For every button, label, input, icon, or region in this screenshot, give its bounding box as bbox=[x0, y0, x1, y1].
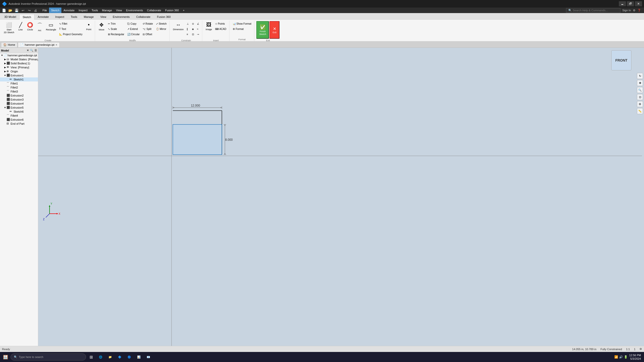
search-input[interactable] bbox=[573, 9, 618, 12]
start-2d-sketch-button[interactable]: ⬜ Start2D Sketch bbox=[3, 21, 16, 39]
move-button[interactable]: ✥ Move bbox=[97, 21, 106, 39]
settings-icon-status[interactable]: ⚙ bbox=[639, 347, 642, 351]
tab-collaborate[interactable]: Collaborate bbox=[133, 14, 154, 19]
volume-icon[interactable]: 🔊 bbox=[619, 355, 623, 359]
chrome-app[interactable]: 🔵 bbox=[125, 352, 134, 361]
network-icon[interactable]: 📶 bbox=[614, 355, 618, 359]
constrain7-button[interactable]: ∠ bbox=[196, 21, 200, 26]
minimize-button[interactable]: 🗕 bbox=[619, 1, 626, 6]
stretch-button[interactable]: ⤢ Stretch bbox=[155, 21, 168, 26]
finish-sketch-button[interactable]: ✅ FinishSketch bbox=[256, 21, 269, 39]
view-cube[interactable]: FRONT bbox=[611, 50, 631, 70]
menu-sketch[interactable]: Sketch bbox=[49, 8, 62, 13]
tree-item-extrusion2[interactable]: ⬛ Extrusion2 bbox=[0, 94, 38, 98]
tab-sketch[interactable]: Sketch bbox=[19, 14, 34, 20]
restore-button[interactable]: 🗗 bbox=[627, 1, 634, 6]
menu-collaborate[interactable]: Collaborate bbox=[145, 8, 163, 13]
tree-item-extrusion6[interactable]: ⬛ Extrusion6 bbox=[0, 118, 38, 122]
rotate-view-button[interactable]: ↻ bbox=[637, 73, 643, 79]
line-button[interactable]: ╱ Line bbox=[16, 21, 25, 39]
acad-button[interactable]: ⌨ ACAD bbox=[214, 26, 228, 31]
menu-annotate[interactable]: Annotate bbox=[61, 8, 76, 13]
print-button[interactable]: 🖨 bbox=[32, 7, 38, 13]
email-app[interactable]: 📧 bbox=[144, 352, 153, 361]
viewport[interactable]: 12.000 8.000 X Y Z bbox=[38, 48, 644, 346]
pan-view-button[interactable]: ✥ bbox=[637, 80, 643, 86]
circular-button[interactable]: 🔄 Circular bbox=[126, 32, 141, 37]
undo-button[interactable]: ↩ bbox=[20, 7, 26, 13]
tree-item-fillet1[interactable]: ⌒ Fillet1 bbox=[0, 81, 38, 85]
tab-environments[interactable]: Environments bbox=[109, 14, 133, 19]
constrain6-button[interactable]: ⊡ bbox=[191, 32, 195, 37]
text-button[interactable]: T Text bbox=[58, 26, 84, 31]
rectangle-button[interactable]: ▭ Rectangle bbox=[45, 21, 58, 39]
format-button[interactable]: ⚙ Format bbox=[231, 26, 253, 31]
rotate-button[interactable]: ↺ Rotate bbox=[141, 21, 154, 26]
edge-app[interactable]: 🌐 bbox=[96, 352, 105, 361]
points-button[interactable]: ⊹ Points bbox=[214, 21, 228, 26]
trim-button[interactable]: ✂ Trim bbox=[107, 21, 126, 26]
help-icon[interactable]: ❓ bbox=[637, 9, 641, 12]
menu-view[interactable]: View bbox=[114, 8, 124, 13]
tree-item-extrusion1[interactable]: ▼ ⬛ Extrusion1 bbox=[0, 73, 38, 77]
battery-icon[interactable]: 🔋 bbox=[624, 355, 628, 359]
image-button[interactable]: 🖼 Image bbox=[204, 21, 213, 39]
constrain8-button[interactable]: ≈ bbox=[196, 26, 200, 31]
arc-button[interactable]: ⌒ Arc bbox=[35, 21, 44, 39]
tree-item-fillet4[interactable]: ⌒ Fillet4 bbox=[0, 114, 38, 118]
project-geometry-button[interactable]: 📐 Project Geometry bbox=[58, 32, 84, 37]
save-button[interactable]: 💾 bbox=[14, 7, 20, 13]
home-tab[interactable]: 🏠 Home bbox=[1, 42, 17, 47]
copy-button[interactable]: ⿻ Copy bbox=[126, 21, 141, 26]
taskbar-search[interactable]: 🔍 Type here to search bbox=[11, 353, 86, 360]
point-button[interactable]: • Point bbox=[84, 21, 93, 39]
tab-manage[interactable]: Manage bbox=[80, 14, 97, 19]
zoom-view-button[interactable]: 🔍 bbox=[637, 87, 643, 93]
tree-item-extrusion5[interactable]: ▼ ⬛ Extrusion5 bbox=[0, 106, 38, 110]
offset-button[interactable]: ⊟ Offset bbox=[141, 32, 154, 37]
tab-tools[interactable]: Tools bbox=[67, 14, 80, 19]
menu-tools[interactable]: Tools bbox=[90, 8, 100, 13]
menu-manage[interactable]: Manage bbox=[100, 8, 114, 13]
document-tab[interactable]: 📄 hammer gamedesign.ipt ✕ bbox=[18, 42, 60, 47]
excel-app[interactable]: 📊 bbox=[134, 352, 143, 361]
tab-inspect[interactable]: Inspect bbox=[52, 14, 67, 19]
tree-item-sketch1[interactable]: ✏ Sketch1 bbox=[0, 77, 38, 81]
tree-item-file[interactable]: ▼ 📄 hammer.gamedesign.ipt bbox=[0, 53, 38, 57]
task-view-button[interactable]: ⊞ bbox=[87, 352, 96, 361]
menu-environments[interactable]: Environments bbox=[124, 8, 145, 13]
tree-item-view[interactable]: ▶ 👁 View: [Primary] bbox=[0, 65, 38, 69]
settings-icon[interactable]: ⚙ bbox=[633, 9, 635, 12]
exit-button[interactable]: ✕ Exit bbox=[269, 21, 279, 39]
tree-item-sketch6[interactable]: ✏ Sketch6 bbox=[0, 110, 38, 114]
measure-button[interactable]: 📏 bbox=[637, 108, 643, 114]
tree-item-origin[interactable]: ▶ ⊕ Origin bbox=[0, 69, 38, 73]
dimension-button[interactable]: ↔ Dimension bbox=[172, 21, 185, 39]
explorer-app[interactable]: 📁 bbox=[106, 352, 115, 361]
tab-view[interactable]: View bbox=[97, 14, 110, 19]
tree-item-fillet2[interactable]: ⌒ Fillet2 bbox=[0, 85, 38, 89]
extend-button[interactable]: ↗ Extend bbox=[126, 26, 141, 31]
constrain4-button[interactable]: ⊙ bbox=[191, 21, 195, 26]
scale-button[interactable]: ⤡ Scale bbox=[107, 26, 126, 31]
redo-button[interactable]: ↪ bbox=[26, 7, 32, 13]
filter-browser-button[interactable]: ☰ bbox=[34, 49, 37, 52]
open-button[interactable]: 📂 bbox=[7, 7, 13, 13]
sign-in-link[interactable]: Sign In bbox=[622, 9, 631, 12]
mirror-button[interactable]: 🪞 Mirror bbox=[155, 26, 168, 31]
split-button[interactable]: ⌥ Split bbox=[141, 26, 154, 31]
menu-file[interactable]: File bbox=[41, 8, 49, 13]
constrain9-button[interactable]: ⊸ bbox=[196, 32, 200, 37]
menu-fusion360[interactable]: Fusion 360 bbox=[163, 8, 181, 13]
tree-item-solid-bodies[interactable]: ▶ ⬛ Solid Bodies(:1) bbox=[0, 61, 38, 65]
new-button[interactable]: 📄 bbox=[1, 7, 7, 13]
tab-close-button[interactable]: ✕ bbox=[55, 43, 57, 46]
search-browser-button[interactable]: 🔍 bbox=[30, 49, 33, 52]
close-button[interactable]: ✕ bbox=[635, 1, 642, 6]
show-format-button[interactable]: 📊 Show Format bbox=[231, 21, 253, 26]
menu-extras[interactable]: + bbox=[181, 8, 186, 13]
menu-inspect[interactable]: Inspect bbox=[76, 8, 89, 13]
circle-button[interactable]: ⭕ Circle bbox=[26, 21, 35, 39]
tab-annotate[interactable]: Annotate bbox=[34, 14, 52, 19]
sketch-canvas[interactable]: 12.000 8.000 X Y Z bbox=[38, 48, 644, 346]
